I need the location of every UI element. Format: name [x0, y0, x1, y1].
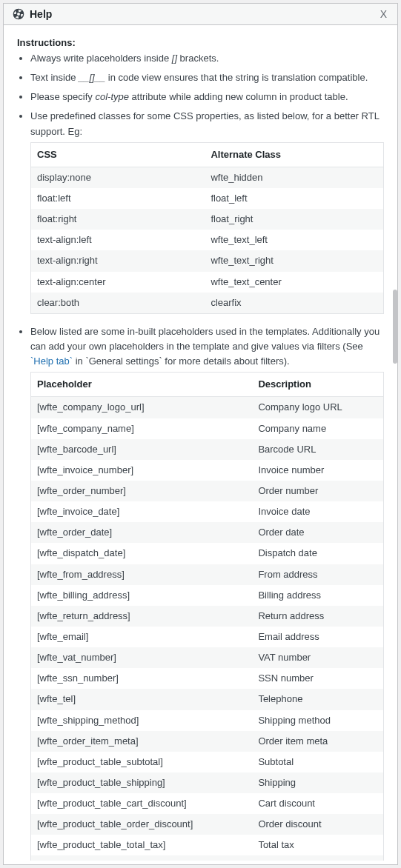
description-cell: Shipping — [252, 772, 383, 793]
instructions-heading: Instructions: — [17, 37, 384, 48]
table-row: [wfte_tel]Telephone — [31, 689, 384, 710]
description-cell: From address — [252, 564, 383, 585]
css-cell: float:right — [31, 209, 205, 230]
table-row: [wfte_product_table_shipping]Shipping — [31, 772, 384, 793]
placeholder-cell: [wfte_product_table_total_tax] — [31, 835, 253, 855]
em: __[]__ — [79, 72, 105, 83]
instruction-list: Always write placeholders inside [] brac… — [26, 51, 384, 314]
table-row: [wfte_product_table_subtotal]Subtotal — [31, 752, 384, 772]
description-cell: Total tax — [252, 835, 383, 855]
instruction-item: Text inside __[]__ in code view ensures … — [30, 70, 384, 85]
panel-header: Help X — [4, 4, 397, 25]
css-cell: text-align:left — [31, 230, 205, 250]
help-panel: Help X Instructions: Always write placeh… — [3, 3, 398, 865]
alt-class-cell: clearfix — [205, 293, 383, 314]
alt-class-cell: wfte_hidden — [205, 167, 383, 188]
description-cell: Email address — [252, 627, 383, 647]
placeholder-cell: [wfte_from_address] — [31, 564, 253, 585]
scrollbar-track[interactable] — [393, 29, 397, 864]
placeholder-cell: [wfte_tel] — [31, 689, 253, 710]
placeholder-list: Below listed are some in-built placehold… — [26, 324, 384, 861]
instruction-item: Always write placeholders inside [] brac… — [30, 51, 384, 66]
alt-class-cell: wfte_text_center — [205, 272, 383, 293]
description-cell: Company name — [252, 418, 383, 439]
css-cell: clear:both — [31, 293, 205, 314]
table-row: [wfte_order_number]Order number — [31, 481, 384, 501]
table-row: [wfte_email]Email address — [31, 627, 384, 647]
placeholder-cell: [wfte_shipping_method] — [31, 710, 253, 731]
placeholder-cell: [wfte_barcode_url] — [31, 439, 253, 460]
table-row: text-align:rightwfte_text_right — [31, 250, 384, 271]
text: brackets. — [177, 53, 219, 64]
description-cell: Dispatch date — [252, 543, 383, 564]
placeholder-cell: [wfte_order_item_meta] — [31, 731, 253, 752]
text: Below listed are some in-built placehold… — [30, 326, 380, 352]
table-row: [wfte_company_logo_url]Company logo URL — [31, 397, 384, 418]
description-cell: Shipping method — [252, 710, 383, 731]
description-cell: Company logo URL — [252, 397, 383, 418]
text: Use predefined classes for some CSS prop… — [30, 110, 379, 136]
help-tab-link[interactable]: `Help tab` — [30, 355, 73, 367]
table-row: [wfte_order_item_meta]Order item meta — [31, 731, 384, 752]
placeholder-cell: [wfte_product_table_shipping] — [31, 772, 253, 793]
text: attribute while adding new column in pro… — [129, 91, 348, 102]
table-row: float:rightfloat_right — [31, 209, 384, 230]
css-cell: text-align:center — [31, 272, 205, 293]
css-table-header-css: CSS — [31, 142, 205, 167]
instruction-item: Please specify col-type attribute while … — [30, 90, 384, 104]
placeholder-cell: [wfte_product_table_order_discount] — [31, 814, 253, 835]
alt-class-cell: float_left — [205, 188, 383, 209]
description-cell: SSN number — [252, 668, 383, 689]
placeholder-cell: [wfte_invoice_date] — [31, 501, 253, 522]
text: Always write placeholders inside — [30, 53, 172, 64]
description-cell: Subtotal — [252, 752, 383, 772]
placeholder-cell: [wfte_ssn_number] — [31, 668, 253, 689]
table-row: [wfte_invoice_number]Invoice number — [31, 460, 384, 481]
table-row: text-align:leftwfte_text_left — [31, 230, 384, 250]
placeholder-cell: [wfte_return_address] — [31, 606, 253, 627]
css-table: CSS Alternate Class display:nonewfte_hid… — [30, 142, 384, 314]
table-row: [wfte_dispatch_date]Dispatch date — [31, 543, 384, 564]
placeholder-cell: [wfte_product_table_subtotal] — [31, 752, 253, 772]
text: Text inside — [30, 72, 79, 83]
em: col-type — [95, 91, 129, 102]
scrollbar-thumb[interactable] — [393, 290, 397, 364]
text: in code view ensures that the string is … — [105, 72, 368, 83]
placeholder-cell: [wfte_product_table_fee] — [31, 855, 253, 861]
life-ring-icon — [13, 8, 24, 20]
placeholder-table-header-ph: Placeholder — [31, 373, 253, 397]
placeholder-cell: [wfte_company_name] — [31, 418, 253, 439]
placeholder-cell: [wfte_order_number] — [31, 481, 253, 501]
table-row: text-align:centerwfte_text_center — [31, 272, 384, 293]
description-cell: Order number — [252, 481, 383, 501]
panel-header-left: Help — [13, 8, 52, 20]
description-cell: Fee — [252, 855, 383, 861]
table-row: [wfte_billing_address]Billing address — [31, 585, 384, 606]
table-row: display:nonewfte_hidden — [31, 167, 384, 188]
table-row: float:leftfloat_left — [31, 188, 384, 209]
placeholder-cell: [wfte_email] — [31, 627, 253, 647]
text: Please specify — [30, 91, 95, 102]
instruction-item: Use predefined classes for some CSS prop… — [30, 109, 384, 313]
placeholder-cell: [wfte_vat_number] — [31, 647, 253, 668]
table-row: [wfte_from_address]From address — [31, 564, 384, 585]
description-cell: Order discount — [252, 814, 383, 835]
panel-title: Help — [30, 8, 52, 20]
table-row: [wfte_return_address]Return address — [31, 606, 384, 627]
table-row: [wfte_product_table_order_discount]Order… — [31, 814, 384, 835]
description-cell: Invoice date — [252, 501, 383, 522]
table-row: [wfte_shipping_method]Shipping method — [31, 710, 384, 731]
placeholder-cell: [wfte_dispatch_date] — [31, 543, 253, 564]
placeholder-cell: [wfte_invoice_number] — [31, 460, 253, 481]
close-button[interactable]: X — [379, 8, 388, 20]
placeholder-cell: [wfte_company_logo_url] — [31, 397, 253, 418]
table-row: clear:bothclearfix — [31, 293, 384, 314]
description-cell: Invoice number — [252, 460, 383, 481]
description-cell: Order item meta — [252, 731, 383, 752]
table-row: [wfte_product_table_fee]Fee — [31, 855, 384, 861]
css-table-header-alt: Alternate Class — [205, 142, 383, 167]
css-cell: display:none — [31, 167, 205, 188]
table-row: [wfte_barcode_url]Barcode URL — [31, 439, 384, 460]
placeholder-table: Placeholder Description [wfte_company_lo… — [30, 372, 384, 861]
css-cell: float:left — [31, 188, 205, 209]
